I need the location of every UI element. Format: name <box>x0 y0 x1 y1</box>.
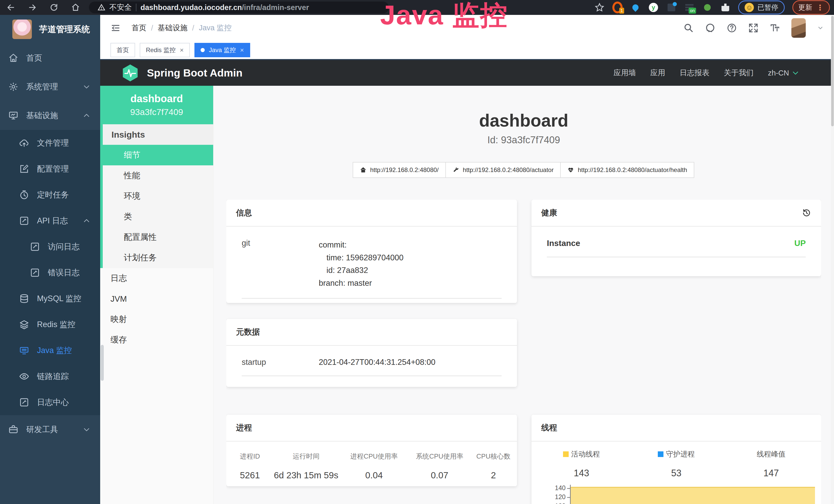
search-icon[interactable] <box>683 23 694 33</box>
help-icon[interactable] <box>727 23 737 33</box>
extension-y-icon[interactable]: y <box>648 2 659 13</box>
instance-header[interactable]: dashboard 93a3fc7f7409 <box>100 86 213 124</box>
process-column-3: 系统CPU使用率0.07 <box>407 452 473 480</box>
kebab-menu-icon[interactable]: ⋮ <box>816 3 824 12</box>
address-bar[interactable]: 不安全 dashboard.yudao.iocoder.cn/infra/adm… <box>89 2 389 13</box>
collapse-sidebar-icon[interactable] <box>110 23 121 33</box>
thread-stat-value: 53 <box>629 468 724 479</box>
back-icon[interactable] <box>0 3 22 12</box>
main-content: 首页/基础设施/Java 监控 首页Redis 监控×Java 监控× Spri… <box>100 15 834 504</box>
wrench-icon <box>453 167 459 173</box>
log-icon <box>19 397 29 408</box>
sidebar-item-13[interactable]: 日志中心 <box>0 389 100 415</box>
extension-colorzilla-icon[interactable]: 1 <box>612 2 622 13</box>
sidebar-scrollbar-thumb[interactable] <box>101 345 104 381</box>
insights-item-5[interactable]: 计划任务 <box>103 248 213 268</box>
sidebar-item-label: 配置管理 <box>37 164 69 174</box>
sidebar-item-6[interactable]: API 日志 <box>0 208 100 234</box>
browser-home-icon[interactable] <box>65 3 86 12</box>
card-info: 信息 git commit:time: 1596289704000id: 27a… <box>226 200 517 303</box>
instance-link-2[interactable]: http://192.168.0.2:48080/actuator/health <box>560 162 694 178</box>
scrollbar-thumb[interactable] <box>831 16 834 126</box>
extension-pin-icon[interactable] <box>630 2 641 13</box>
eye-icon <box>19 371 29 382</box>
instance-link-0[interactable]: http://192.168.0.2:48080/ <box>353 162 446 178</box>
sidebar-item-12[interactable]: 链路追踪 <box>0 363 100 389</box>
thread-stat-label: 线程峰值 <box>757 449 786 459</box>
app-logo[interactable]: 芋道管理系统 <box>0 15 100 44</box>
tab-0[interactable]: 首页 <box>110 43 135 57</box>
breadcrumb-item[interactable]: 基础设施 <box>158 23 188 33</box>
paused-extension-button[interactable]: ☺ 已暂停 <box>738 1 785 15</box>
breadcrumb-item[interactable]: 首页 <box>132 23 147 33</box>
chevron-down-icon <box>83 426 90 433</box>
locale-select[interactable]: zh-CN <box>768 69 799 77</box>
sidebar-item-label: 系统管理 <box>26 82 58 92</box>
process-column-header: 进程ID <box>229 452 271 461</box>
sba-nav-item-3[interactable]: 关于我们 <box>724 68 753 78</box>
sba-body: dashboard 93a3fc7f7409 Insights 细节性能环境类配… <box>100 86 834 504</box>
insights-item-2[interactable]: 环境 <box>103 186 213 206</box>
page-subtitle: Id: 93a3fc7f7409 <box>214 135 834 145</box>
home-link-icon <box>360 167 367 173</box>
security-label[interactable]: 不安全 <box>109 2 132 13</box>
sidebar-item-9[interactable]: MySQL 监控 <box>0 285 100 312</box>
extension-person-icon[interactable] <box>702 2 712 13</box>
insights-items: 细节性能环境类配置属性计划任务 <box>103 145 213 268</box>
sidebar-item-5[interactable]: 定时任务 <box>0 182 100 208</box>
close-icon[interactable]: × <box>240 47 244 53</box>
page-scrollbar[interactable] <box>831 15 834 504</box>
insights-item-1[interactable]: 性能 <box>103 165 213 186</box>
sidebar-section-2[interactable]: 映射 <box>100 309 213 330</box>
history-icon[interactable] <box>802 208 811 218</box>
sba-brand[interactable]: Spring Boot Admin <box>147 67 242 79</box>
insights-item-3[interactable]: 类 <box>103 206 213 227</box>
update-button[interactable]: 更新 ⋮ <box>792 0 830 15</box>
close-icon[interactable]: × <box>180 47 184 53</box>
insights-item-4[interactable]: 配置属性 <box>103 227 213 248</box>
axis-tick-mark <box>567 488 571 489</box>
extension-grid-icon[interactable] <box>666 2 677 13</box>
bookmark-star-icon[interactable] <box>594 2 605 13</box>
sba-nav-item-2[interactable]: 日志报表 <box>680 68 709 78</box>
sidebar-item-7[interactable]: 访问日志 <box>0 234 100 259</box>
log-icon <box>30 268 40 278</box>
thread-stat-value: 147 <box>724 468 818 479</box>
tab-label: Redis 监控 <box>146 46 176 54</box>
sidebar-section-3[interactable]: 缓存 <box>100 330 213 350</box>
sidebar-item-0[interactable]: 首页 <box>0 44 100 72</box>
github-icon[interactable] <box>705 23 715 33</box>
sidebar-item-11[interactable]: Java 监控 <box>0 337 100 363</box>
sidebar-item-1[interactable]: 系统管理 <box>0 72 100 101</box>
extension-switch-icon[interactable]: on <box>684 2 695 13</box>
avatar[interactable] <box>791 18 806 38</box>
sba-nav-item-0[interactable]: 应用墙 <box>614 68 636 78</box>
font-size-icon[interactable] <box>770 23 780 33</box>
sidebar-item-label: 基础设施 <box>26 110 58 121</box>
forward-icon[interactable] <box>22 3 43 12</box>
sidebar-section-1[interactable]: JVM <box>100 289 213 309</box>
reload-icon[interactable] <box>43 3 65 12</box>
sba-nav-item-1[interactable]: 应用 <box>650 68 665 78</box>
sidebar-section-0[interactable]: 日志 <box>100 268 213 289</box>
sidebar-item-4[interactable]: 配置管理 <box>0 156 100 182</box>
tab-1[interactable]: Redis 监控× <box>140 43 190 57</box>
extensions-puzzle-icon[interactable] <box>720 2 730 13</box>
insights-item-0[interactable]: 细节 <box>103 145 213 165</box>
instance-link-1[interactable]: http://192.168.0.2:48080/actuator <box>445 162 561 178</box>
sidebar-item-8[interactable]: 错误日志 <box>0 259 100 285</box>
thread-stats: 活动线程143守护进程53线程峰值147 <box>531 442 821 479</box>
tab-label: 首页 <box>117 46 129 54</box>
fullscreen-icon[interactable] <box>748 23 759 33</box>
caret-down-icon[interactable] <box>817 25 824 31</box>
tab-2[interactable]: Java 监控× <box>194 43 250 57</box>
thread-stat-1: 守护进程53 <box>629 449 724 479</box>
metadata-row-value: 2021-04-27T00:44:31.254+08:00 <box>319 358 502 367</box>
sidebar-item-3[interactable]: 文件管理 <box>0 130 100 156</box>
extension-on-badge: on <box>688 8 696 14</box>
sidebar-item-14[interactable]: 研发工具 <box>0 415 100 444</box>
chevron-down-icon <box>83 83 90 91</box>
sidebar-item-2[interactable]: 基础设施 <box>0 101 100 130</box>
breadcrumb-item[interactable]: Java 监控 <box>199 23 232 33</box>
sidebar-item-10[interactable]: Redis 监控 <box>0 312 100 337</box>
